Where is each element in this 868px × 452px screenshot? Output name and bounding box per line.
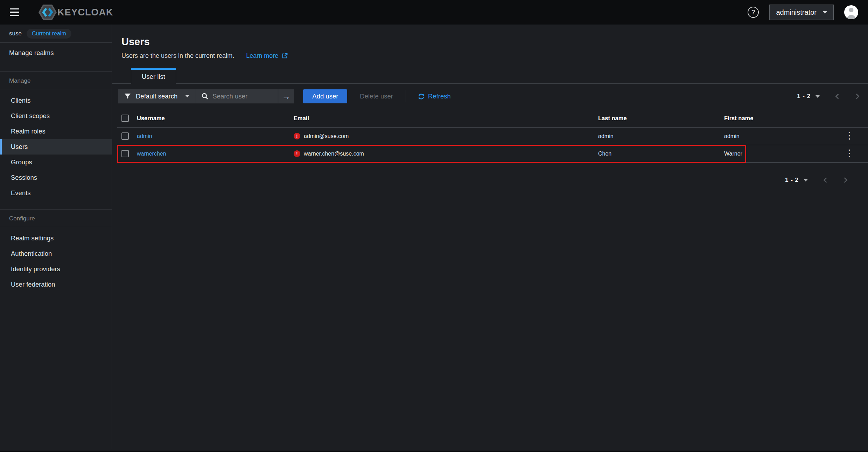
add-user-button[interactable]: Add user xyxy=(303,89,347,103)
sidebar-item-user-federation[interactable]: User federation xyxy=(0,277,112,292)
masthead: KEYCLOAK ? administrator xyxy=(0,0,868,25)
pagination-top-range: 1 - 2 xyxy=(797,93,811,100)
chevron-down-icon xyxy=(823,11,827,14)
user-table: Username Email Last name First name admi… xyxy=(117,109,868,163)
keycloak-logo[interactable]: KEYCLOAK xyxy=(38,4,113,20)
brand-text: KEYCLOAK xyxy=(57,7,113,18)
user-menu-dropdown[interactable]: administrator xyxy=(769,5,834,20)
avatar[interactable] xyxy=(844,5,858,19)
pagination-top-range-dropdown[interactable]: 1 - 2 xyxy=(797,93,820,100)
first-name-cell: Warner xyxy=(721,145,833,163)
search-submit-arrow-button[interactable]: → xyxy=(278,89,294,103)
page-title: Users xyxy=(121,35,868,48)
column-header-email[interactable]: Email xyxy=(291,109,595,128)
column-header-username[interactable]: Username xyxy=(134,109,291,128)
sidebar-group-label-configure: Configure xyxy=(0,210,112,227)
refresh-sync-icon xyxy=(418,93,425,100)
pagination-top-next-icon[interactable] xyxy=(855,93,860,100)
chevron-down-icon xyxy=(816,95,820,98)
sidebar-item-realm-settings[interactable]: Realm settings xyxy=(0,231,112,246)
pagination-bottom-range: 1 - 2 xyxy=(785,177,799,184)
current-realm-badge: Current realm xyxy=(27,29,71,39)
sidebar-item-events[interactable]: Events xyxy=(0,185,112,201)
sidebar-group-label-manage: Manage xyxy=(0,72,112,89)
sidebar-item-sessions[interactable]: Sessions xyxy=(0,170,112,185)
column-header-last-name[interactable]: Last name xyxy=(595,109,721,128)
row-kebab-menu-icon[interactable]: ⋮ xyxy=(842,132,856,139)
pagination-bottom-next-icon[interactable] xyxy=(843,177,848,183)
email-text: warner.chen@suse.com xyxy=(304,151,364,157)
pagination-top: 1 - 2 xyxy=(797,93,860,100)
sidebar-item-manage-realms[interactable]: Manage realms xyxy=(0,43,112,63)
help-icon[interactable]: ? xyxy=(748,7,759,18)
search-icon xyxy=(202,93,208,100)
last-name-cell: Chen xyxy=(595,145,721,163)
tab-user-list[interactable]: User list xyxy=(131,68,176,84)
sidebar-item-clients[interactable]: Clients xyxy=(0,93,112,108)
sidebar-item-realm-roles[interactable]: Realm roles xyxy=(0,124,112,139)
toolbar: Default search → Add user Delete user xyxy=(112,84,868,109)
realm-switcher[interactable]: suse Current realm xyxy=(0,25,112,43)
sidebar: suse Current realm Manage realms Manage … xyxy=(0,25,112,449)
select-all-checkbox[interactable] xyxy=(121,115,129,122)
username-link[interactable]: warnerchen xyxy=(137,151,166,157)
toolbar-divider xyxy=(406,90,406,102)
table-row-highlighted: warnerchen ! warner.chen@suse.com Chen W… xyxy=(117,145,868,163)
search-box xyxy=(196,89,278,103)
row-checkbox[interactable] xyxy=(121,132,129,140)
first-name-cell: admin xyxy=(721,128,833,145)
search-input[interactable] xyxy=(212,93,272,100)
learn-more-link[interactable]: Learn more xyxy=(246,52,288,60)
row-checkbox[interactable] xyxy=(121,150,129,157)
search-filter-group: Default search → xyxy=(118,89,294,103)
keycloak-hexagon-icon xyxy=(38,4,57,20)
search-type-dropdown[interactable]: Default search xyxy=(118,89,196,103)
refresh-label: Refresh xyxy=(428,93,451,100)
refresh-button[interactable]: Refresh xyxy=(418,93,451,100)
table-row: admin ! admin@suse.com admin admin ⋮ xyxy=(117,128,868,145)
last-name-cell: admin xyxy=(595,128,721,145)
username-link[interactable]: admin xyxy=(137,133,152,139)
sidebar-section-configure: Configure Realm settings Authentication … xyxy=(0,209,112,292)
tab-user-list-label: User list xyxy=(142,73,165,81)
sidebar-item-identity-providers[interactable]: Identity providers xyxy=(0,261,112,277)
email-unverified-exclamation-icon: ! xyxy=(294,150,300,157)
page-header: Users Users are the users in the current… xyxy=(112,25,868,60)
tab-bar: User list xyxy=(112,68,868,84)
external-link-icon xyxy=(281,53,288,59)
user-menu-label: administrator xyxy=(776,8,817,16)
email-unverified-exclamation-icon: ! xyxy=(294,133,300,139)
chevron-down-icon xyxy=(185,95,189,97)
nav-toggle-hamburger-icon[interactable] xyxy=(10,5,24,20)
sidebar-item-users[interactable]: Users xyxy=(0,139,112,155)
sidebar-item-client-scopes[interactable]: Client scopes xyxy=(0,108,112,124)
sidebar-item-authentication[interactable]: Authentication xyxy=(0,246,112,261)
email-text: admin@suse.com xyxy=(304,133,349,139)
page-subtitle: Users are the users in the current realm… xyxy=(121,52,234,60)
row-kebab-menu-icon[interactable]: ⋮ xyxy=(842,150,856,157)
realm-name: suse xyxy=(9,30,22,37)
chevron-down-icon xyxy=(804,179,808,182)
search-type-label: Default search xyxy=(136,93,177,100)
delete-user-button[interactable]: Delete user xyxy=(360,93,393,100)
column-header-first-name[interactable]: First name xyxy=(721,109,833,128)
sidebar-item-groups[interactable]: Groups xyxy=(0,155,112,170)
table-header-row: Username Email Last name First name xyxy=(117,109,868,128)
pagination-top-prev-icon[interactable] xyxy=(834,93,840,100)
pagination-bottom-range-dropdown[interactable]: 1 - 2 xyxy=(785,177,808,184)
pagination-bottom-prev-icon[interactable] xyxy=(822,177,828,183)
learn-more-label: Learn more xyxy=(246,52,278,60)
pagination-bottom: 1 - 2 xyxy=(112,177,868,184)
main-content: Users Users are the users in the current… xyxy=(112,25,868,449)
sidebar-section-manage: Manage Clients Client scopes Realm roles… xyxy=(0,71,112,201)
filter-funnel-icon xyxy=(124,93,131,100)
